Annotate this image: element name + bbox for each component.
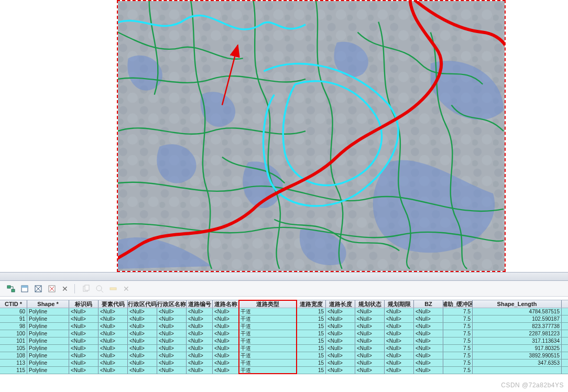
column-header-shape[interactable]: Shape * <box>27 300 69 308</box>
cell-gh: <Null> <box>355 360 385 366</box>
cell-ys: <Null> <box>99 315 128 322</box>
cell-ctid: 115 <box>0 367 27 374</box>
cell-xzn: <Null> <box>157 352 187 359</box>
cell-xzn: <Null> <box>157 360 187 366</box>
cell-bs: <Null> <box>69 308 99 315</box>
cell-len: 102.590187 <box>473 315 562 322</box>
cell-dlb: <Null> <box>187 323 213 330</box>
column-header-xz[interactable]: 行政区代码 <box>128 300 157 308</box>
cell-kd: 15 <box>297 315 326 322</box>
cell-ctid: 105 <box>0 345 27 352</box>
cell-dln: <Null> <box>213 315 239 322</box>
cell-shape: Polyline <box>27 345 69 352</box>
cell-dln: <Null> <box>213 337 239 344</box>
cell-xzn: <Null> <box>157 323 187 330</box>
cell-bs: <Null> <box>69 337 99 344</box>
column-header-gh[interactable]: 规划状态 <box>355 300 385 308</box>
cell-ctid: 108 <box>0 352 27 359</box>
cell-hcq: 7.5 <box>443 367 473 374</box>
cell-len: 4784.587515 <box>473 308 562 315</box>
cell-cd: <Null> <box>326 315 355 322</box>
copy-icon[interactable] <box>81 284 91 293</box>
cell-kd: 15 <box>297 330 326 337</box>
cell-len <box>473 367 562 374</box>
cell-shape: Polyline <box>27 330 69 337</box>
cell-len: 917.80325 <box>473 345 562 352</box>
cell-xz: <Null> <box>128 345 157 352</box>
cell-len: 317.113634 <box>473 337 562 344</box>
column-header-ctid[interactable]: CTID * <box>0 300 27 308</box>
column-header-hcq[interactable]: 辅助_缓冲区 <box>443 300 473 308</box>
cell-ys: <Null> <box>99 360 128 366</box>
table-row[interactable]: 101Polyline<Null><Null><Null><Null><Null… <box>0 337 568 345</box>
table-row[interactable]: 91Polyline<Null><Null><Null><Null><Null>… <box>0 315 568 323</box>
cell-bs: <Null> <box>69 360 99 366</box>
table-row[interactable]: 115Polyline<Null><Null><Null><Null><Null… <box>0 367 568 374</box>
cell-type: 干道 <box>239 345 297 352</box>
cell-gh: <Null> <box>355 308 385 315</box>
cell-ctid: 60 <box>0 308 27 315</box>
close-toolbar-icon[interactable]: ✕ <box>123 285 129 293</box>
cell-xz: <Null> <box>128 315 157 322</box>
column-header-dln[interactable]: 道路名称 <box>213 300 239 308</box>
cell-type: 干道 <box>239 360 297 366</box>
map-viewport[interactable] <box>117 0 506 272</box>
table-row[interactable]: 108Polyline<Null><Null><Null><Null><Null… <box>0 352 568 360</box>
cell-type: 干道 <box>239 315 297 322</box>
select-by-attributes-icon[interactable] <box>20 284 29 293</box>
column-header-kd[interactable]: 道路宽度 <box>297 300 326 308</box>
map-svg <box>118 1 505 271</box>
cell-bz: <Null> <box>414 330 443 337</box>
cell-ghq: <Null> <box>385 360 414 366</box>
column-header-type[interactable]: 道路类型 <box>239 300 297 308</box>
cell-bs: <Null> <box>69 323 99 330</box>
highlight-icon[interactable] <box>108 284 118 293</box>
close-selection-icon[interactable]: ✕ <box>62 285 68 293</box>
cell-kd: 15 <box>297 337 326 344</box>
cell-ghq: <Null> <box>385 352 414 359</box>
attribute-table[interactable]: CTID *Shape *标识码要素代码行政区代码行政区名称道路编号道路名称道路… <box>0 297 568 392</box>
cell-bs: <Null> <box>69 315 99 322</box>
column-header-dlb[interactable]: 道路编号 <box>187 300 213 308</box>
cell-cd: <Null> <box>326 337 355 344</box>
cell-kd: 15 <box>297 308 326 315</box>
cell-bz: <Null> <box>414 345 443 352</box>
column-header-ys[interactable]: 要素代码 <box>99 300 128 308</box>
cell-ys: <Null> <box>99 345 128 352</box>
cell-dln: <Null> <box>213 345 239 352</box>
cell-ctid: 91 <box>0 315 27 322</box>
cell-ctid: 100 <box>0 330 27 337</box>
cell-gh: <Null> <box>355 323 385 330</box>
cell-bz: <Null> <box>414 308 443 315</box>
related-tables-icon[interactable] <box>6 284 16 293</box>
zoom-to-icon[interactable] <box>95 284 104 293</box>
cell-kd: 15 <box>297 345 326 352</box>
svg-point-17 <box>96 286 102 291</box>
table-row[interactable]: 98Polyline<Null><Null><Null><Null><Null>… <box>0 323 568 330</box>
cell-bs: <Null> <box>69 330 99 337</box>
column-header-bz[interactable]: BZ <box>414 300 443 308</box>
cell-cd: <Null> <box>326 360 355 366</box>
cell-shape: Polyline <box>27 352 69 359</box>
cell-hcq: 7.5 <box>443 360 473 366</box>
cell-xzn: <Null> <box>157 315 187 322</box>
column-header-bs[interactable]: 标识码 <box>69 300 99 308</box>
table-row[interactable]: 60Polyline<Null><Null><Null><Null><Null>… <box>0 308 568 315</box>
clear-selection-icon[interactable] <box>47 284 57 293</box>
column-header-len[interactable]: Shape_Length <box>473 300 562 308</box>
cell-dln: <Null> <box>213 360 239 366</box>
column-header-cd[interactable]: 道路长度 <box>326 300 355 308</box>
column-header-xzn[interactable]: 行政区名称 <box>157 300 187 308</box>
panel-divider[interactable] <box>0 272 568 281</box>
table-row[interactable]: 100Polyline<Null><Null><Null><Null><Null… <box>0 330 568 337</box>
cell-shape: Polyline <box>27 315 69 322</box>
switch-selection-icon[interactable] <box>34 284 43 293</box>
svg-rect-10 <box>21 286 28 288</box>
table-row[interactable]: 113Polyline<Null><Null><Null><Null><Null… <box>0 360 568 367</box>
cell-shape: Polyline <box>27 308 69 315</box>
cell-ghq: <Null> <box>385 330 414 337</box>
column-header-ghq[interactable]: 规划期限 <box>385 300 414 308</box>
table-row[interactable]: 105Polyline<Null><Null><Null><Null><Null… <box>0 345 568 352</box>
cell-ys: <Null> <box>99 367 128 374</box>
cell-xz: <Null> <box>128 323 157 330</box>
